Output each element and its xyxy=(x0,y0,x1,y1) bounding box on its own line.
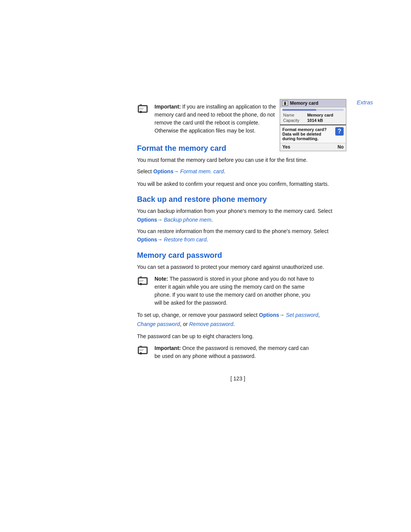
page-header-label: Extras xyxy=(357,99,373,105)
backup-arrow2: → xyxy=(157,236,164,243)
format-select-prefix: Select xyxy=(137,168,153,174)
note-body: The password is stored in your phone and… xyxy=(155,276,314,306)
comma1: , xyxy=(318,312,320,318)
backup-section: Back up and restore phone memory You can… xyxy=(137,195,339,244)
name-label: Name xyxy=(282,112,306,118)
capacity-label: Capacity xyxy=(282,118,306,123)
format-options-line: Select Options→ Format mem. card. xyxy=(137,167,339,176)
top-important-note-text: Important: If you are installing an appl… xyxy=(155,103,284,135)
dialog-text: Format memory card? Data will be deleted… xyxy=(282,127,334,141)
no-button[interactable]: No xyxy=(338,144,344,150)
backup-period2: . xyxy=(207,236,208,243)
format-body: You must format the memory card before y… xyxy=(137,156,339,164)
svg-rect-10 xyxy=(139,280,144,281)
important-note-bottom: Important: Once the password is removed,… xyxy=(137,344,339,360)
svg-rect-11 xyxy=(139,281,143,282)
important-bottom-bold: Important: xyxy=(155,345,181,351)
format-link: Format mem. card xyxy=(180,168,224,174)
setup-prefix: To set up, change, or remove your passwo… xyxy=(137,312,259,318)
top-important-note: Important: If you are installing an appl… xyxy=(137,103,339,135)
password-note-text: Note: The password is stored in your pho… xyxy=(155,275,314,307)
backup-arrow1: → xyxy=(157,217,164,223)
phone-title-bar: 📱 Memory card xyxy=(280,99,346,107)
capacity-value: 1014 kB xyxy=(306,118,344,123)
backup-text1: You can backup information from your pho… xyxy=(137,208,332,214)
svg-point-2 xyxy=(140,111,142,113)
phone-icon: 📱 xyxy=(282,101,288,106)
yes-button[interactable]: Yes xyxy=(282,144,290,150)
password-arrow: → xyxy=(279,312,286,318)
backup-body1: You can backup information from your pho… xyxy=(137,207,339,224)
backup-period1: . xyxy=(211,217,213,223)
set-password-line: To set up, change, or remove your passwo… xyxy=(137,311,339,329)
svg-rect-15 xyxy=(140,346,142,347)
format-confirm-text: You will be asked to confirm your reques… xyxy=(137,180,339,188)
note-bold: Note: xyxy=(155,276,168,282)
important-note-bottom-text: Important: Once the password is removed,… xyxy=(155,344,314,360)
important-icon-bottom xyxy=(137,345,149,356)
page-number: [ 123 ] xyxy=(137,375,339,382)
backup-link2: Restore from card xyxy=(164,236,207,243)
phone-screenshot: 📱 Memory card Name Memory card Capacity xyxy=(280,99,346,151)
format-options-keyword: Options xyxy=(153,168,174,174)
password-note-block: Note: The password is stored in your pho… xyxy=(137,275,339,307)
phone-info: Name Memory card Capacity 1014 kB xyxy=(280,107,346,125)
pw-period: . xyxy=(233,321,235,327)
password-heading: Memory card password xyxy=(137,251,339,260)
important-bold-label: Important: xyxy=(155,104,181,110)
backup-link1: Backup phone mem xyxy=(164,217,212,223)
backup-heading: Back up and restore phone memory xyxy=(137,195,339,204)
password-length-text: The password can be up to eight characte… xyxy=(137,332,339,340)
question-icon: ? xyxy=(335,127,344,136)
backup-options2: Options xyxy=(137,236,157,243)
note-icon xyxy=(137,276,149,286)
svg-point-8 xyxy=(140,283,142,285)
password-section: Memory card password You can set a passw… xyxy=(137,251,339,360)
change-password-link: Change password xyxy=(137,321,180,327)
svg-rect-5 xyxy=(139,109,143,110)
page: Extras Important: If you are installing … xyxy=(0,0,411,532)
password-body: You can set a password to protect your m… xyxy=(137,263,339,271)
svg-rect-9 xyxy=(140,276,142,278)
set-password-link: Set password xyxy=(286,312,318,318)
phone-title-text: Memory card xyxy=(290,101,319,106)
svg-rect-4 xyxy=(139,108,144,109)
svg-rect-16 xyxy=(139,349,144,350)
remove-password-link: Remove password xyxy=(189,321,233,327)
format-dialog: Format memory card? Data will be deleted… xyxy=(280,125,346,143)
backup-text2: You can restore information from the mem… xyxy=(137,228,328,234)
dialog-buttons: Yes No xyxy=(280,143,346,151)
svg-rect-3 xyxy=(140,104,142,106)
format-arrow: → xyxy=(174,168,180,174)
or-text: , or xyxy=(180,321,189,327)
backup-body2: You can restore information from the mem… xyxy=(137,227,339,244)
name-value: Memory card xyxy=(306,112,344,118)
password-options-keyword: Options xyxy=(259,312,279,318)
format-period: . xyxy=(224,168,225,174)
backup-options1: Options xyxy=(137,217,157,223)
svg-rect-17 xyxy=(139,350,143,351)
svg-point-14 xyxy=(140,352,142,355)
important-icon xyxy=(137,104,149,114)
